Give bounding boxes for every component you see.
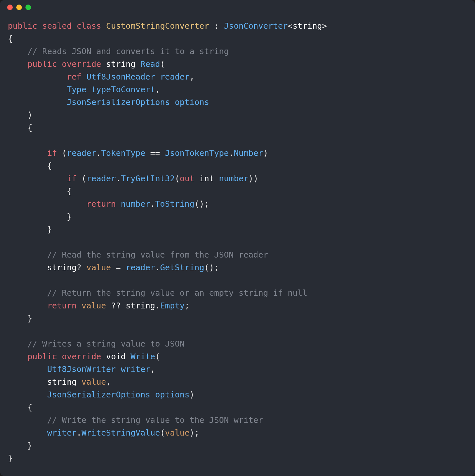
ident-reader: reader — [86, 174, 116, 183]
paren-close: ) — [27, 110, 32, 120]
punct-comma: , — [190, 72, 194, 82]
paren-open: ( — [57, 148, 67, 158]
punct-angle-open: < — [288, 21, 293, 31]
ident-reader: reader — [126, 263, 155, 272]
param-options: options — [155, 390, 190, 399]
punct-angle-close: > — [322, 21, 327, 31]
type-string: string — [293, 21, 322, 31]
punct-dot: . — [77, 428, 82, 438]
brace-close: } — [47, 225, 52, 234]
code-editor[interactable]: public sealed class CustomStringConverte… — [0, 14, 475, 472]
ident-writer: writer — [47, 428, 76, 438]
class-name: CustomStringConverter — [106, 21, 209, 31]
code-window: public sealed class CustomStringConverte… — [0, 0, 475, 476]
brace-open: { — [47, 161, 52, 171]
punct-dot: . — [96, 148, 101, 158]
keyword-if: if — [47, 148, 57, 158]
keyword-public: public — [27, 59, 57, 69]
prop-empty: Empty — [160, 301, 185, 310]
enum-number: Number — [234, 148, 263, 158]
punct-dot: . — [155, 301, 160, 310]
comment: // Read the string value from the JSON r… — [47, 250, 268, 260]
punct-dot: . — [229, 148, 234, 158]
paren-close: ) — [263, 148, 268, 158]
type-int: int — [194, 174, 219, 183]
method-getstring: GetString — [160, 263, 204, 272]
comment: // Writes a string value to JSON — [27, 339, 185, 349]
brace-open: { — [8, 34, 13, 43]
keyword-return: return — [47, 301, 76, 310]
punct-dot: . — [116, 174, 121, 183]
param-options: options — [175, 97, 209, 107]
type-string: string — [47, 263, 76, 272]
brace-close: } — [8, 454, 13, 463]
paren-open: ( — [155, 352, 160, 361]
param-typetoconvert: typeToConvert — [91, 85, 155, 94]
parens-semi: (); — [194, 199, 209, 209]
close-icon[interactable] — [7, 5, 13, 10]
type-utf8jsonwriter: Utf8JsonWriter — [47, 364, 116, 374]
brace-close: } — [27, 441, 32, 450]
keyword-public: public — [8, 21, 37, 31]
method-write: Write — [130, 352, 155, 361]
ident-number: number — [116, 199, 150, 209]
comment: // Write the string value to the JSON wr… — [47, 415, 263, 425]
type-string: string — [106, 59, 135, 69]
maximize-icon[interactable] — [25, 5, 31, 10]
type-void: void — [106, 352, 126, 361]
keyword-class: class — [77, 21, 101, 31]
base-class: JsonConverter — [224, 21, 288, 31]
punct-comma: , — [155, 85, 160, 94]
type-jsonserializeroptions: JsonSerializerOptions — [67, 97, 170, 107]
brace-open: { — [67, 186, 72, 196]
type-jsontokentype: JsonTokenType — [165, 148, 229, 158]
ident-value: value — [165, 428, 190, 438]
punct-dot: . — [150, 199, 155, 209]
punct-colon: : — [209, 21, 224, 31]
param-reader: reader — [160, 72, 190, 82]
op-coalesce: ?? — [106, 301, 126, 310]
punct-comma: , — [150, 364, 155, 374]
prop-tokentype: TokenType — [101, 148, 145, 158]
type-type: Type — [67, 85, 86, 94]
ident-value: value — [86, 263, 111, 272]
keyword-return: return — [86, 199, 116, 209]
brace-close: } — [67, 212, 72, 221]
method-trygetint32: TryGetInt32 — [121, 174, 175, 183]
paren-close: ) — [190, 390, 194, 399]
comment: // Reads JSON and converts it to a strin… — [27, 47, 229, 56]
type-string: string — [47, 377, 76, 387]
keyword-sealed: sealed — [42, 21, 71, 31]
paren-open: ( — [175, 174, 180, 183]
paren-close: )) — [249, 174, 258, 183]
brace-open: { — [27, 123, 32, 132]
keyword-override: override — [62, 59, 101, 69]
keyword-ref: ref — [67, 72, 82, 82]
paren-open: ( — [77, 174, 86, 183]
minimize-icon[interactable] — [16, 5, 22, 10]
window-titlebar — [0, 0, 475, 14]
brace-close: } — [27, 314, 32, 323]
type-jsonserializeroptions: JsonSerializerOptions — [47, 390, 150, 399]
type-utf8jsonreader: Utf8JsonReader — [86, 72, 155, 82]
ident-value: value — [77, 301, 106, 310]
method-read: Read — [140, 59, 160, 69]
type-string: string — [126, 301, 155, 310]
paren-open: ( — [160, 428, 165, 438]
keyword-override: override — [62, 352, 101, 361]
nullable-q: ? — [77, 263, 86, 272]
ident-reader: reader — [67, 148, 96, 158]
method-writestringvalue: WriteStringValue — [82, 428, 160, 438]
keyword-if: if — [67, 174, 77, 183]
method-tostring: ToString — [155, 199, 194, 209]
paren-open: ( — [160, 59, 165, 69]
paren-close-semi: ); — [190, 428, 199, 438]
parens-semi: (); — [204, 263, 219, 272]
comment: // Return the string value or an empty s… — [47, 288, 307, 298]
brace-open: { — [27, 403, 32, 412]
keyword-out: out — [180, 174, 194, 183]
param-value: value — [82, 377, 106, 387]
punct-semi: ; — [185, 301, 190, 310]
param-number: number — [219, 174, 248, 183]
punct-comma: , — [106, 377, 111, 387]
